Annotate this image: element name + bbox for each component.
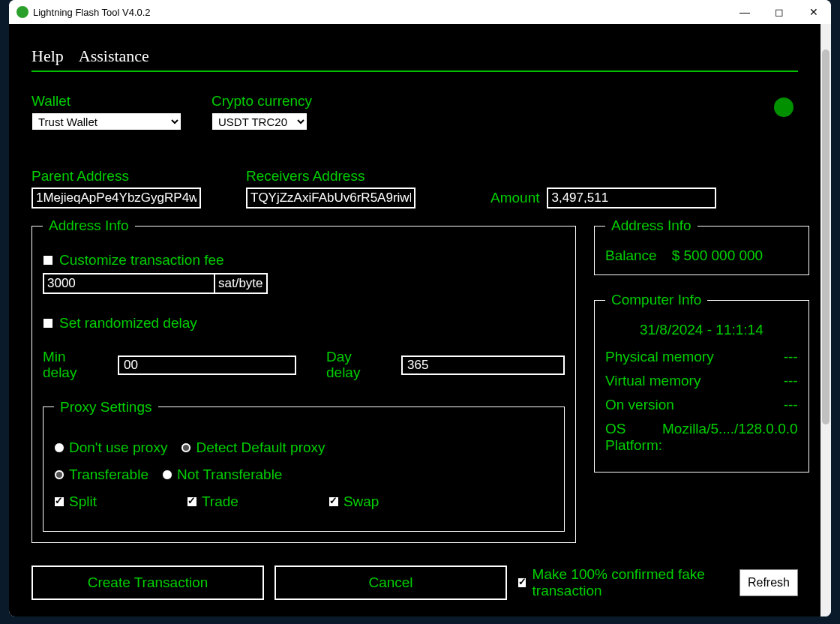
transferable-option[interactable]: Transferable [54,466,148,483]
randomized-delay-row[interactable]: Set randomized delay [43,315,565,332]
not-transferable-label: Not Transferable [177,466,282,483]
amount-group: Amount [490,188,716,208]
app-icon [16,6,28,18]
split-label: Split [69,494,97,510]
currency-group: Crypto currency USDT TRC20 [212,93,312,130]
fee-input[interactable] [43,273,215,294]
window-controls: — ◻ ✕ [728,0,831,24]
computer-info-legend: Computer Info [605,292,707,308]
confirm-label: Make 100% confirmed fake transaction [532,566,729,599]
swap-checkbox[interactable] [328,496,339,507]
not-transferable-option[interactable]: Not Transferable [162,466,282,483]
not-transferable-radio[interactable] [162,470,172,480]
swap-option[interactable]: Swap [328,494,380,510]
detect-proxy-option[interactable]: Detect Default proxy [181,440,325,456]
randomized-delay-label: Set randomized delay [59,315,197,332]
balance-label: Balance [605,248,657,264]
os-label: OS Platform: [605,421,662,454]
currency-select[interactable]: USDT TRC20 [212,112,308,130]
customize-fee-label: Customize transaction fee [59,252,224,268]
split-checkbox[interactable] [54,496,64,507]
wallet-select[interactable]: Trust Wallet [32,112,182,130]
close-button[interactable]: ✕ [796,0,831,24]
transferable-radio[interactable] [54,470,64,480]
address-row: Parent Address Receivers Address Amount [32,168,798,208]
swap-label: Swap [344,494,380,510]
receivers-address-group: Receivers Address [246,168,416,208]
parent-address-label: Parent Address [32,168,201,184]
menu-bar: Help Assistance [32,24,798,72]
wallet-label: Wallet [32,93,182,110]
menu-help[interactable]: Help [32,46,64,66]
proxy-settings-fieldset: Proxy Settings Don't use proxy Detect De… [43,399,565,532]
dont-use-proxy-label: Don't use proxy [69,440,167,456]
maximize-button[interactable]: ◻ [762,0,796,24]
address-info-fieldset: Address Info Customize transaction fee s… [32,218,576,543]
virt-mem-label: Virtual memory [605,373,700,389]
customize-fee-checkbox[interactable] [43,255,53,266]
proxy-legend: Proxy Settings [54,399,158,416]
receivers-address-label: Receivers Address [246,168,416,184]
os-value: Mozilla/5..../128.0.0.0 [662,421,798,454]
virt-mem-line: Virtual memory --- [605,373,798,389]
status-indicator-icon [774,98,794,117]
phys-mem-line: Physical memory --- [605,349,798,365]
proxy-row-2: Transferable Not Transferable [54,466,554,483]
phys-mem-value: --- [784,349,798,365]
proxy-row-3: Split Trade Swap [54,494,554,510]
day-delay-input[interactable] [401,356,565,375]
wallet-currency-row: Wallet Trust Wallet Crypto currency USDT… [32,93,798,130]
min-delay-label: Min delay [43,350,88,381]
right-address-info-fieldset: Address Info Balance $ 500 000 000 [594,218,809,275]
on-version-value: --- [784,397,798,413]
content-area: Help Assistance Wallet Trust Wallet Cryp… [9,24,820,616]
right-address-info-legend: Address Info [605,218,698,234]
trade-option[interactable]: Trade [187,494,238,510]
cancel-button[interactable]: Cancel [274,566,507,600]
currency-label: Crypto currency [212,93,312,110]
scrollbar-thumb[interactable] [822,50,830,424]
parent-address-input[interactable] [32,188,201,208]
computer-info-fieldset: Computer Info 31/8/2024 - 11:1:14 Physic… [594,292,809,472]
create-transaction-button[interactable]: Create Transaction [32,566,264,600]
on-version-label: On version [605,397,674,413]
phys-mem-label: Physical memory [605,349,714,365]
customize-fee-row[interactable]: Customize transaction fee [43,252,565,268]
day-delay-label: Day delay [326,350,371,381]
app-window: Lightning Flash Tool V4.0.2 — ◻ ✕ Help A… [9,0,831,616]
min-delay-input[interactable] [118,356,296,375]
confirm-row[interactable]: Make 100% confirmed fake transaction [518,566,729,599]
dont-use-proxy-option[interactable]: Don't use proxy [54,440,167,456]
right-column: Address Info Balance $ 500 000 000 Compu… [594,218,809,472]
receivers-address-input[interactable] [246,188,416,208]
main-row: Address Info Customize transaction fee s… [32,218,798,543]
on-version-line: On version --- [605,397,798,413]
detect-proxy-label: Detect Default proxy [196,440,325,456]
balance-line: Balance $ 500 000 000 [605,248,798,264]
refresh-button[interactable]: Refresh [740,569,798,596]
bottom-row: Create Transaction Cancel Make 100% conf… [32,566,798,600]
detect-proxy-radio[interactable] [181,442,191,453]
split-option[interactable]: Split [54,494,97,510]
titlebar: Lightning Flash Tool V4.0.2 — ◻ ✕ [9,0,831,24]
fee-unit: sat/byte [215,273,268,294]
address-info-legend: Address Info [43,218,135,234]
trade-label: Trade [202,494,238,510]
trade-checkbox[interactable] [187,496,197,507]
datetime: 31/8/2024 - 11:1:14 [605,322,798,338]
menu-assistance[interactable]: Assistance [79,46,149,66]
fee-row: sat/byte [43,273,565,294]
scrollbar-track[interactable] [820,24,831,616]
balance-value: $ 500 000 000 [672,248,764,264]
amount-input[interactable] [547,188,716,208]
transferable-label: Transferable [69,466,148,483]
amount-label: Amount [490,190,539,206]
os-line: OS Platform: Mozilla/5..../128.0.0.0 [605,421,798,454]
proxy-row-1: Don't use proxy Detect Default proxy [54,440,554,456]
randomized-delay-checkbox[interactable] [43,318,53,328]
minimize-button[interactable]: — [728,0,762,24]
confirm-checkbox[interactable] [518,578,526,588]
wallet-group: Wallet Trust Wallet [32,93,182,130]
virt-mem-value: --- [784,373,798,389]
dont-use-proxy-radio[interactable] [54,442,64,453]
